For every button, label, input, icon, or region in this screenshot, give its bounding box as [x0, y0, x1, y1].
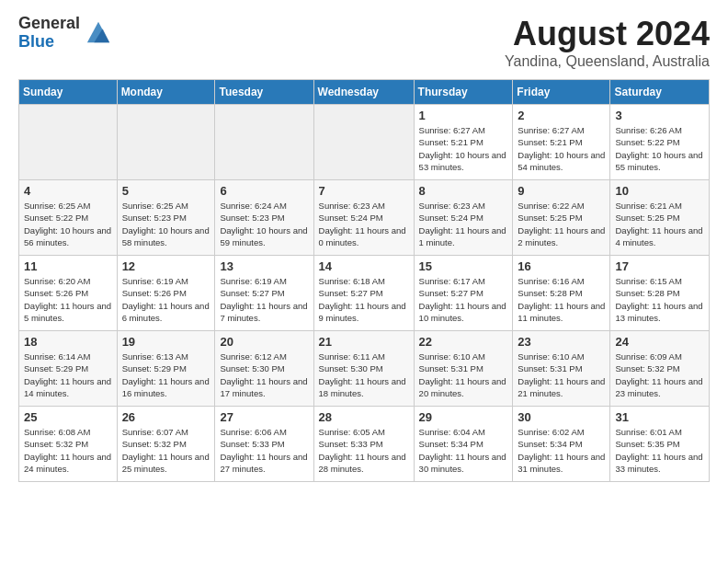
- day-number: 2: [518, 109, 605, 122]
- calendar-cell: 7Sunrise: 6:23 AM Sunset: 5:24 PM Daylig…: [313, 180, 414, 256]
- calendar-cell: 16Sunrise: 6:16 AM Sunset: 5:28 PM Dayli…: [513, 256, 610, 331]
- day-info: Sunrise: 6:22 AM Sunset: 5:25 PM Dayligh…: [518, 200, 605, 248]
- day-number: 18: [24, 335, 112, 349]
- day-number: 3: [615, 109, 704, 122]
- day-info: Sunrise: 6:25 AM Sunset: 5:22 PM Dayligh…: [24, 200, 112, 248]
- day-number: 17: [615, 259, 704, 273]
- day-number: 22: [419, 335, 508, 349]
- weekday-header-wednesday: Wednesday: [313, 80, 414, 105]
- weekday-header-sunday: Sunday: [19, 80, 118, 105]
- day-info: Sunrise: 6:27 AM Sunset: 5:21 PM Dayligh…: [518, 124, 605, 173]
- day-number: 14: [319, 259, 409, 273]
- weekday-header-row: SundayMondayTuesdayWednesdayThursdayFrid…: [19, 80, 710, 105]
- title-block: August 2024 Yandina, Queensland, Austral…: [505, 15, 710, 70]
- day-info: Sunrise: 6:23 AM Sunset: 5:24 PM Dayligh…: [419, 200, 508, 248]
- day-info: Sunrise: 6:27 AM Sunset: 5:21 PM Dayligh…: [419, 124, 508, 173]
- day-number: 9: [518, 184, 605, 198]
- calendar-cell: 21Sunrise: 6:11 AM Sunset: 5:30 PM Dayli…: [313, 331, 414, 407]
- calendar-cell: 6Sunrise: 6:24 AM Sunset: 5:23 PM Daylig…: [215, 180, 313, 256]
- day-info: Sunrise: 6:05 AM Sunset: 5:33 PM Dayligh…: [319, 426, 409, 475]
- calendar-cell: 2Sunrise: 6:27 AM Sunset: 5:21 PM Daylig…: [513, 105, 610, 180]
- day-info: Sunrise: 6:15 AM Sunset: 5:28 PM Dayligh…: [615, 275, 704, 324]
- calendar-cell: 30Sunrise: 6:02 AM Sunset: 5:34 PM Dayli…: [513, 407, 610, 482]
- month-year: August 2024: [505, 15, 710, 53]
- day-info: Sunrise: 6:11 AM Sunset: 5:30 PM Dayligh…: [319, 350, 409, 399]
- header: General Blue August 2024 Yandina, Queens…: [18, 15, 710, 70]
- calendar-cell: 17Sunrise: 6:15 AM Sunset: 5:28 PM Dayli…: [610, 256, 710, 331]
- day-number: 16: [518, 259, 605, 273]
- week-row-2: 4Sunrise: 6:25 AM Sunset: 5:22 PM Daylig…: [19, 180, 710, 256]
- calendar-cell: 5Sunrise: 6:25 AM Sunset: 5:23 PM Daylig…: [117, 180, 215, 256]
- weekday-header-monday: Monday: [117, 80, 215, 105]
- day-info: Sunrise: 6:25 AM Sunset: 5:23 PM Dayligh…: [122, 200, 210, 248]
- day-number: 11: [24, 259, 112, 273]
- day-info: Sunrise: 6:20 AM Sunset: 5:26 PM Dayligh…: [24, 275, 112, 324]
- day-info: Sunrise: 6:14 AM Sunset: 5:29 PM Dayligh…: [24, 350, 112, 399]
- calendar-cell: 15Sunrise: 6:17 AM Sunset: 5:27 PM Dayli…: [414, 256, 513, 331]
- week-row-4: 18Sunrise: 6:14 AM Sunset: 5:29 PM Dayli…: [19, 331, 710, 407]
- day-number: 30: [518, 410, 605, 424]
- calendar-cell: 23Sunrise: 6:10 AM Sunset: 5:31 PM Dayli…: [513, 331, 610, 407]
- calendar-cell: 12Sunrise: 6:19 AM Sunset: 5:26 PM Dayli…: [117, 256, 215, 331]
- calendar-cell: 13Sunrise: 6:19 AM Sunset: 5:27 PM Dayli…: [215, 256, 313, 331]
- day-info: Sunrise: 6:21 AM Sunset: 5:25 PM Dayligh…: [615, 200, 704, 248]
- day-number: 31: [615, 410, 704, 424]
- calendar-cell: 3Sunrise: 6:26 AM Sunset: 5:22 PM Daylig…: [610, 105, 710, 180]
- day-number: 27: [220, 410, 308, 424]
- calendar-cell: 24Sunrise: 6:09 AM Sunset: 5:32 PM Dayli…: [610, 331, 710, 407]
- day-info: Sunrise: 6:13 AM Sunset: 5:29 PM Dayligh…: [122, 350, 210, 399]
- day-number: 5: [122, 184, 210, 198]
- calendar-cell: [313, 105, 414, 180]
- calendar-cell: 28Sunrise: 6:05 AM Sunset: 5:33 PM Dayli…: [313, 407, 414, 482]
- day-info: Sunrise: 6:24 AM Sunset: 5:23 PM Dayligh…: [220, 200, 308, 248]
- weekday-header-friday: Friday: [513, 80, 610, 105]
- logo-blue: Blue: [18, 33, 80, 52]
- day-number: 12: [122, 259, 210, 273]
- day-number: 4: [24, 184, 112, 198]
- logo: General Blue: [18, 15, 111, 52]
- day-info: Sunrise: 6:10 AM Sunset: 5:31 PM Dayligh…: [518, 350, 605, 399]
- calendar-cell: 14Sunrise: 6:18 AM Sunset: 5:27 PM Dayli…: [313, 256, 414, 331]
- day-number: 21: [319, 335, 409, 349]
- calendar: SundayMondayTuesdayWednesdayThursdayFrid…: [18, 79, 710, 482]
- day-number: 25: [24, 410, 112, 424]
- day-number: 6: [220, 184, 308, 198]
- day-info: Sunrise: 6:09 AM Sunset: 5:32 PM Dayligh…: [615, 350, 704, 399]
- day-info: Sunrise: 6:17 AM Sunset: 5:27 PM Dayligh…: [419, 275, 508, 324]
- day-number: 15: [419, 259, 508, 273]
- calendar-cell: [117, 105, 215, 180]
- day-number: 1: [419, 109, 508, 122]
- day-number: 26: [122, 410, 210, 424]
- calendar-cell: 19Sunrise: 6:13 AM Sunset: 5:29 PM Dayli…: [117, 331, 215, 407]
- day-info: Sunrise: 6:23 AM Sunset: 5:24 PM Dayligh…: [319, 200, 409, 248]
- calendar-cell: 20Sunrise: 6:12 AM Sunset: 5:30 PM Dayli…: [215, 331, 313, 407]
- calendar-cell: 26Sunrise: 6:07 AM Sunset: 5:32 PM Dayli…: [117, 407, 215, 482]
- calendar-cell: 27Sunrise: 6:06 AM Sunset: 5:33 PM Dayli…: [215, 407, 313, 482]
- calendar-cell: 31Sunrise: 6:01 AM Sunset: 5:35 PM Dayli…: [610, 407, 710, 482]
- day-info: Sunrise: 6:26 AM Sunset: 5:22 PM Dayligh…: [615, 124, 704, 173]
- day-number: 29: [419, 410, 508, 424]
- day-info: Sunrise: 6:07 AM Sunset: 5:32 PM Dayligh…: [122, 426, 210, 475]
- calendar-cell: 25Sunrise: 6:08 AM Sunset: 5:32 PM Dayli…: [19, 407, 118, 482]
- day-info: Sunrise: 6:16 AM Sunset: 5:28 PM Dayligh…: [518, 275, 605, 324]
- day-info: Sunrise: 6:19 AM Sunset: 5:27 PM Dayligh…: [220, 275, 308, 324]
- day-info: Sunrise: 6:08 AM Sunset: 5:32 PM Dayligh…: [24, 426, 112, 475]
- day-number: 10: [615, 184, 704, 198]
- location: Yandina, Queensland, Australia: [505, 53, 710, 70]
- calendar-cell: 8Sunrise: 6:23 AM Sunset: 5:24 PM Daylig…: [414, 180, 513, 256]
- day-info: Sunrise: 6:18 AM Sunset: 5:27 PM Dayligh…: [319, 275, 409, 324]
- week-row-3: 11Sunrise: 6:20 AM Sunset: 5:26 PM Dayli…: [19, 256, 710, 331]
- day-number: 28: [319, 410, 409, 424]
- day-info: Sunrise: 6:10 AM Sunset: 5:31 PM Dayligh…: [419, 350, 508, 399]
- week-row-1: 1Sunrise: 6:27 AM Sunset: 5:21 PM Daylig…: [19, 105, 710, 180]
- calendar-cell: 1Sunrise: 6:27 AM Sunset: 5:21 PM Daylig…: [414, 105, 513, 180]
- page: General Blue August 2024 Yandina, Queens…: [0, 0, 728, 491]
- week-row-5: 25Sunrise: 6:08 AM Sunset: 5:32 PM Dayli…: [19, 407, 710, 482]
- calendar-cell: 22Sunrise: 6:10 AM Sunset: 5:31 PM Dayli…: [414, 331, 513, 407]
- calendar-cell: 9Sunrise: 6:22 AM Sunset: 5:25 PM Daylig…: [513, 180, 610, 256]
- logo-general: General: [18, 15, 80, 33]
- calendar-cell: [19, 105, 118, 180]
- day-number: 19: [122, 335, 210, 349]
- day-info: Sunrise: 6:02 AM Sunset: 5:34 PM Dayligh…: [518, 426, 605, 475]
- day-number: 7: [319, 184, 409, 198]
